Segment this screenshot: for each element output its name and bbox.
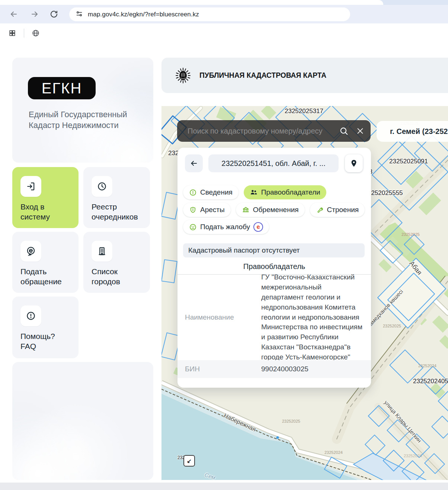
row-label: Наименование bbox=[177, 313, 261, 321]
tab-aresty[interactable]: Аресты bbox=[183, 203, 231, 217]
map-label-cadastre: 23252025 bbox=[383, 324, 401, 328]
forward-nav-icon[interactable] bbox=[28, 8, 41, 20]
city-badge[interactable]: г. Семей (23-252 bbox=[377, 121, 448, 142]
close-icon[interactable] bbox=[352, 127, 368, 135]
apps-grid-icon[interactable] bbox=[6, 27, 19, 39]
map-label-cadastre: 23252024 bbox=[404, 454, 422, 458]
sidebar-item-label: Реестр очередников bbox=[92, 202, 142, 222]
row-label: БИН bbox=[177, 365, 261, 373]
map-label-cadastre: 23252024 bbox=[418, 364, 436, 368]
reload-icon[interactable] bbox=[48, 8, 60, 20]
map-label-cadastre: 23252025091 bbox=[389, 158, 428, 165]
tab-label: Строения bbox=[327, 206, 359, 214]
search-icon[interactable] bbox=[336, 126, 352, 136]
map-label-cadastre: 23252025317 bbox=[285, 108, 323, 115]
page-header: ПУБЛИЧНАЯ КАДАСТРОВАЯ КАРТА bbox=[161, 58, 448, 93]
browser-toolbar: map.gov4c.kz/egkn/?ref=bluescreen.kz bbox=[0, 5, 448, 23]
back-nav-icon[interactable] bbox=[7, 8, 20, 20]
locate-button[interactable] bbox=[345, 154, 363, 172]
table-row: Наименование ГУ "Восточно-Казахстанский … bbox=[177, 275, 371, 360]
tab-pravoobladateli[interactable]: Правообладатели bbox=[244, 185, 326, 199]
sidebar-item-label: Список городов bbox=[92, 267, 142, 287]
alert-circle-icon bbox=[189, 189, 197, 196]
tab-row-2: Аресты Обременения Строения bbox=[183, 203, 365, 217]
eotinish-icon: e bbox=[253, 221, 263, 232]
bank-icon bbox=[242, 206, 250, 214]
login-icon bbox=[20, 176, 41, 197]
back-button[interactable] bbox=[185, 154, 203, 172]
site-info-icon[interactable] bbox=[75, 10, 83, 19]
tab-row-3: Подать жалобу e bbox=[183, 220, 269, 234]
map-label-cadastre: 23252025 bbox=[282, 419, 300, 423]
sidebar-item-faq[interactable]: Помощь? FAQ bbox=[12, 297, 79, 358]
tab-row-1: Сведения Правообладатели bbox=[183, 185, 326, 199]
collapse-map-button[interactable]: ↙ bbox=[183, 455, 195, 467]
kazakhstan-emblem-icon bbox=[175, 67, 191, 84]
tab-label: Аресты bbox=[200, 206, 225, 214]
browser-window: map.gov4c.kz/egkn/?ref=bluescreen.kz ЕГК… bbox=[0, 0, 448, 490]
map-label-cadastre: 23252025 bbox=[401, 232, 420, 237]
sidebar-item-label: Подать обращение bbox=[20, 267, 71, 287]
parcel-title[interactable]: 232520251451, обл. Абай, г. ... bbox=[208, 154, 339, 172]
tab-stroeniya[interactable]: Строения bbox=[310, 203, 365, 217]
sidebar-item-label: Помощь? FAQ bbox=[20, 332, 71, 352]
egkn-logo: ЕГКН bbox=[28, 77, 96, 99]
table-row: БИН 990240003025 bbox=[177, 360, 371, 378]
map-label-cadastre: 23252024 bbox=[324, 450, 343, 455]
sidebar-item-submit-appeal[interactable]: Подать обращение bbox=[12, 232, 79, 293]
sidebar-decor-card bbox=[12, 362, 153, 480]
address-bar[interactable]: map.gov4c.kz/egkn/?ref=bluescreen.kz bbox=[69, 7, 350, 21]
tab-obremeneniya[interactable]: Обременения bbox=[236, 203, 305, 217]
row-value: ГУ "Восточно-Казахстанский межрегиональн… bbox=[261, 272, 371, 363]
sidebar-item-login[interactable]: Вход в систему bbox=[12, 167, 79, 228]
tab-svedeniya[interactable]: Сведения bbox=[183, 185, 239, 199]
map-label-cadastre: 3252025555 bbox=[368, 189, 403, 197]
shield-alert-icon bbox=[189, 206, 197, 214]
tab-label: Подать жалобу bbox=[200, 223, 250, 231]
cadastral-passport-notice: Кадастровый паспорт отсутствует bbox=[183, 243, 365, 257]
map-search-bar[interactable] bbox=[177, 120, 371, 142]
page-title: ПУБЛИЧНАЯ КАДАСТРОВАЯ КАРТА bbox=[199, 71, 326, 80]
parcel-info-panel: 232520251451, обл. Абай, г. ... Сведения… bbox=[177, 148, 371, 388]
sidebar-item-city-list[interactable]: Список городов bbox=[83, 232, 150, 293]
row-value: 990240003025 bbox=[261, 364, 371, 374]
window-bottom-edge bbox=[0, 483, 448, 490]
egkn-subtitle: Единый Государственный Кадастр Недвижимо… bbox=[29, 109, 140, 131]
section-title: Правообладатель bbox=[177, 262, 371, 271]
cadastral-map[interactable]: 23252025317 232 23252025091 73 325202555… bbox=[161, 106, 448, 480]
building-icon bbox=[92, 241, 112, 262]
globe-bookmark-icon[interactable] bbox=[29, 27, 42, 39]
url-text: map.gov4c.kz/egkn/?ref=bluescreen.kz bbox=[88, 11, 199, 18]
map-pin-icon bbox=[350, 159, 358, 167]
tab-label: Обременения bbox=[253, 206, 299, 214]
sidebar-item-label: Вход в систему bbox=[20, 202, 71, 222]
e-appeal-icon bbox=[20, 241, 41, 262]
wrench-icon bbox=[316, 206, 324, 214]
sad-face-icon bbox=[189, 223, 197, 231]
people-group-icon bbox=[250, 188, 258, 196]
clock-icon bbox=[92, 176, 112, 197]
tab-podat-zhalobu[interactable]: Подать жалобу e bbox=[183, 220, 269, 234]
tab-label: Правообладатели bbox=[261, 188, 320, 196]
search-input[interactable] bbox=[187, 126, 336, 136]
map-label-cadastre: 2325202405 bbox=[413, 378, 448, 385]
alert-circle-icon bbox=[20, 305, 41, 326]
tab-label: Сведения bbox=[200, 188, 233, 196]
sidebar-item-queue-registry[interactable]: Реестр очередников bbox=[83, 167, 150, 228]
bookmarks-separator bbox=[24, 29, 24, 38]
bookmarks-bar bbox=[0, 23, 448, 43]
active-tab[interactable] bbox=[0, 0, 383, 5]
egkn-logo-card: ЕГКН Единый Государственный Кадастр Недв… bbox=[12, 58, 153, 163]
tab-strip bbox=[0, 0, 448, 5]
